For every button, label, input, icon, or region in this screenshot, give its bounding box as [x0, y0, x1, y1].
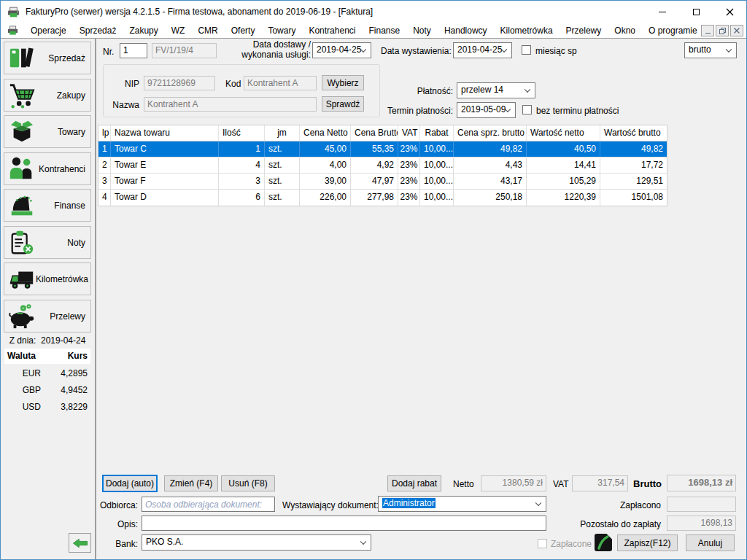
payment-label: Płatność: — [395, 86, 453, 96]
menu-item-handlowcy[interactable]: Handlowcy — [438, 23, 494, 38]
rate-row-gbp: GBP 4,9452 — [4, 385, 90, 398]
paid-label: Zapłacono — [603, 500, 661, 510]
col-lp[interactable]: lp — [98, 125, 111, 141]
menu-item-okno[interactable]: Okno — [608, 23, 642, 38]
rate-currency: EUR — [7, 368, 48, 381]
title-bar: FakturyPro (serwer) wersja 4.2.1.5 - Fir… — [1, 1, 746, 23]
note-x-icon — [8, 229, 36, 257]
rate-row-usd: USD 3,8229 — [4, 402, 90, 415]
col-vat[interactable]: VAT — [398, 125, 420, 141]
menu-items: Operacje Sprzedaż Zakupy WZ CMR Oferty T… — [24, 23, 704, 38]
remaining-label: Pozostało do zapłaty — [557, 519, 661, 529]
sidebar-item-towary[interactable]: Towary — [4, 115, 91, 148]
sidebar-item-label: Kilometrówka — [36, 274, 93, 284]
payment-select[interactable]: przelew 14 — [457, 82, 535, 98]
due-date-select[interactable]: 2019-05-09 — [457, 102, 516, 118]
recipient-input[interactable] — [142, 497, 275, 512]
netto-total-field: 1380,59 zł — [481, 475, 546, 491]
menu-item-cmr[interactable]: CMR — [191, 23, 224, 38]
table-row[interactable]: 2 Towar E 4 szt. 4,00 4,92 23% 10,00... … — [98, 158, 667, 174]
rates-col-rate: Kurs — [48, 351, 88, 362]
add-item-button[interactable]: Dodaj (auto) — [102, 475, 158, 492]
sidebar-item-kontrahenci[interactable]: Kontrahenci — [4, 152, 91, 185]
rate-currency: USD — [7, 402, 48, 415]
mdi-minimize-icon[interactable] — [701, 25, 714, 36]
month-sp-checkbox[interactable] — [522, 45, 531, 55]
bank-select[interactable]: PKO S.A. — [142, 534, 371, 551]
description-input[interactable] — [142, 516, 546, 531]
table-row[interactable]: 4 Towar D 6 szt. 226,00 277,98 23% 10,00… — [98, 190, 667, 206]
invoice-number-input[interactable]: 1 — [120, 43, 147, 58]
add-discount-button[interactable]: Dodaj rabat — [387, 475, 441, 491]
col-jm[interactable]: jm — [265, 125, 300, 141]
menu-item-sprzedaz[interactable]: Sprzedaż — [73, 23, 123, 38]
issuer-select[interactable]: Administrator — [378, 496, 546, 512]
menu-item-noty[interactable]: Noty — [406, 23, 438, 38]
chevron-down-icon — [726, 47, 732, 52]
sidebar-item-zakupy[interactable]: Zakupy — [4, 79, 91, 112]
rates-col-currency: Waluta — [7, 351, 48, 362]
sidebar-item-label: Zakupy — [36, 90, 90, 101]
col-rabat[interactable]: Rabat — [420, 125, 454, 141]
menu-item-przelewy[interactable]: Przelewy — [560, 23, 608, 38]
save-button[interactable]: Zapisz(F12) — [617, 534, 678, 551]
paid-amount-field — [667, 497, 736, 512]
col-cena-sprz-brutto[interactable]: Cena sprz. brutto — [454, 125, 527, 141]
menu-item-towary[interactable]: Towary — [261, 23, 302, 38]
piggy-bank-icon — [8, 303, 36, 330]
cancel-button[interactable]: Anuluj — [686, 534, 735, 551]
menu-item-finanse[interactable]: Finanse — [362, 23, 406, 38]
rate-value: 3,8229 — [48, 402, 88, 415]
maximize-icon[interactable] — [679, 1, 713, 23]
sidebar-item-kilometrowka[interactable]: Kilometrówka — [4, 262, 91, 295]
vat-label: VAT — [553, 479, 569, 489]
price-mode-select[interactable]: brutto — [684, 42, 737, 58]
menu-item-zakupy[interactable]: Zakupy — [123, 23, 164, 38]
sidebar-item-label: Kontrahenci — [36, 164, 90, 174]
sidebar-item-sprzedaz[interactable]: Sprzedaż — [4, 42, 91, 74]
mdi-close-icon[interactable] — [730, 25, 743, 36]
menu-item-operacje[interactable]: Operacje — [24, 23, 73, 38]
netto-label: Netto — [453, 479, 474, 489]
select-contractor-button[interactable]: Wybierz — [322, 75, 364, 90]
rate-value: 4,9452 — [48, 385, 88, 398]
paid-checkbox — [538, 539, 547, 548]
chevron-down-icon — [360, 539, 366, 545]
invoice-number-full-field: FV/1/19/4 — [152, 43, 217, 58]
table-row[interactable]: 3 Towar F 3 szt. 39,00 47,97 23% 10,00..… — [98, 174, 667, 190]
col-cena-netto[interactable]: Cena Netto — [300, 125, 351, 141]
menu-bar: Operacje Sprzedaż Zakupy WZ CMR Oferty T… — [1, 23, 746, 39]
table-row-selected[interactable]: 1 Towar C 1 szt. 45,00 55,35 23% 10,00..… — [98, 141, 667, 158]
rates-header: Waluta Kurs — [4, 349, 90, 364]
edit-item-button[interactable]: Zmień (F4) — [164, 475, 218, 491]
menu-item-kontrahenci[interactable]: Kontrahenci — [302, 23, 362, 38]
col-cena-brutto[interactable]: Cena Brutto — [351, 125, 398, 141]
app-printer-icon — [7, 6, 20, 18]
menu-item-wz[interactable]: WZ — [165, 23, 192, 38]
arrow-left-icon — [72, 538, 88, 548]
delete-item-button[interactable]: Usuń (F8) — [221, 475, 275, 491]
menu-item-o-programie[interactable]: O programie — [642, 23, 704, 38]
nazwa-label: Nazwa — [110, 100, 139, 110]
check-contractor-button[interactable]: Sprawdź — [322, 96, 364, 112]
close-icon[interactable] — [713, 1, 746, 23]
nr-label: Nr. — [103, 47, 114, 57]
col-nazwa-towaru[interactable]: Nazwa towaru — [111, 125, 219, 141]
chevron-down-icon — [525, 87, 530, 93]
mdi-restore-icon[interactable] — [716, 25, 729, 36]
col-ilosc[interactable]: Ilość — [219, 125, 265, 141]
col-wartosc-netto[interactable]: Wartość netto — [527, 125, 600, 141]
issue-date-select[interactable]: 2019-04-25 — [453, 42, 512, 58]
delivery-date-select[interactable]: 2019-04-25 — [312, 42, 371, 58]
minimize-icon[interactable] — [646, 1, 679, 23]
sidebar-item-noty[interactable]: Noty — [4, 226, 91, 259]
vat-total-field: 317,54 — [572, 475, 628, 491]
menu-item-oferty[interactable]: Oferty — [225, 23, 262, 38]
sidebar-item-finanse[interactable]: Finanse — [4, 189, 91, 222]
col-wartosc-brutto[interactable]: Wartość brutto — [600, 125, 667, 141]
back-button[interactable] — [69, 533, 91, 553]
menu-item-kilometrowka[interactable]: Kilometrówka — [494, 23, 560, 38]
sidebar-item-przelewy[interactable]: Przelewy — [4, 300, 91, 332]
no-due-date-checkbox[interactable] — [522, 105, 532, 114]
rates-date-label: Z dnia: — [9, 335, 36, 346]
